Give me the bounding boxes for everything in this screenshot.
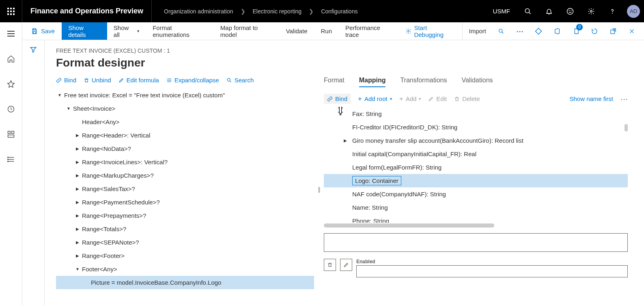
office-icon[interactable]: [549, 22, 565, 40]
breadcrumb-item[interactable]: Configurations: [321, 8, 358, 15]
format-tree-node[interactable]: ▶Range<SEPANote>?: [56, 236, 314, 249]
tab-transformations[interactable]: Transformations: [400, 77, 447, 87]
show-all-button[interactable]: Show all▾: [107, 22, 146, 40]
data-source-tree[interactable]: Fax: StringFI-Creditor ID(FICreditorID_D…: [324, 107, 628, 223]
bind-button[interactable]: Bind: [56, 77, 76, 84]
refresh-icon[interactable]: [586, 22, 603, 40]
caret-right-icon[interactable]: ▶: [342, 138, 349, 143]
breadcrumb-item[interactable]: Organization administration: [164, 8, 233, 15]
caret-right-icon[interactable]: ▶: [74, 240, 81, 245]
hamburger-icon[interactable]: [3, 26, 19, 42]
caret-right-icon[interactable]: ▶: [74, 133, 81, 137]
format-tree-node[interactable]: ▶Range<Totals>?: [56, 222, 314, 236]
popout-icon[interactable]: [605, 22, 621, 40]
more-icon[interactable]: ⋯: [512, 22, 528, 40]
breadcrumb-item[interactable]: Electronic reporting: [253, 8, 302, 15]
edit-formula-button[interactable]: Edit formula: [118, 77, 159, 84]
show-details-button[interactable]: Show details: [62, 22, 107, 40]
search-page-icon[interactable]: [493, 22, 509, 40]
data-tree-node[interactable]: Initial capital(CompanyInitialCapital_FR…: [324, 147, 628, 161]
data-tree-node[interactable]: Logo: Container: [324, 174, 628, 187]
data-tree-node[interactable]: Phone: String: [324, 214, 628, 223]
data-tree-node[interactable]: ▶Giro money transfer slip account(BankAc…: [324, 134, 628, 147]
recent-icon[interactable]: [3, 101, 19, 117]
search-tree-button[interactable]: Search: [226, 77, 254, 84]
caret-right-icon[interactable]: ▶: [74, 173, 81, 178]
horizontal-scrollbar[interactable]: [324, 223, 494, 228]
save-button[interactable]: Save: [22, 22, 62, 40]
data-tree-node[interactable]: NAF code(CompanyIdNAF): String: [324, 187, 628, 201]
format-tree-node[interactable]: ▼Footer<Any>: [56, 262, 314, 276]
scrollbar-thumb[interactable]: [625, 124, 628, 131]
caret-right-icon[interactable]: ▶: [74, 213, 81, 218]
format-tree-node[interactable]: ▼Sheet<Invoice>: [56, 102, 314, 115]
bell-icon[interactable]: [538, 0, 560, 22]
edit-formula-icon[interactable]: [340, 259, 352, 271]
tab-validations[interactable]: Validations: [461, 77, 493, 87]
data-tree-node[interactable]: Name: String: [324, 201, 628, 214]
import-button[interactable]: Import: [462, 22, 493, 40]
svg-point-15: [612, 13, 613, 13]
data-tree-node[interactable]: Fax: String: [324, 107, 628, 120]
tab-format[interactable]: Format: [324, 77, 345, 87]
bind-mapping-button[interactable]: Bind: [324, 94, 351, 104]
waffle-icon[interactable]: [0, 0, 22, 22]
performance-trace-button[interactable]: Performance trace: [339, 22, 399, 40]
caret-right-icon[interactable]: ▶: [74, 146, 81, 151]
splitter[interactable]: ‖: [314, 73, 324, 305]
format-tree-node[interactable]: Picture = model.InvoiceBase.CompanyInfo.…: [56, 276, 314, 289]
format-tree-node[interactable]: ▶Range<Footer>: [56, 249, 314, 262]
unbind-button[interactable]: Unbind: [84, 77, 111, 84]
format-tree-node[interactable]: ▶Range<SalesTax>?: [56, 182, 314, 195]
tab-mapping[interactable]: Mapping: [359, 77, 386, 87]
caret-down-icon[interactable]: ▼: [56, 93, 63, 97]
filter-panel[interactable]: [22, 40, 45, 305]
format-enumerations-button[interactable]: Format enumerations: [146, 22, 213, 40]
smiley-icon[interactable]: [560, 0, 581, 22]
format-tree-node[interactable]: ▶Range<PaymentSchedule>?: [56, 195, 314, 209]
format-tree-node[interactable]: ▶Range<InvoiceLines>: Vertical?: [56, 155, 314, 169]
svg-line-41: [230, 81, 231, 82]
home-icon[interactable]: [3, 51, 19, 67]
more-mapping-icon[interactable]: ⋯: [620, 95, 628, 103]
format-tree-node[interactable]: ▼Free text invoice: Excel = "Free text i…: [56, 88, 314, 102]
run-button[interactable]: Run: [314, 22, 339, 40]
help-icon[interactable]: [602, 0, 623, 22]
search-icon[interactable]: [517, 0, 538, 22]
diamond-icon[interactable]: [530, 22, 547, 40]
map-format-button[interactable]: Map format to model: [214, 22, 280, 40]
avatar[interactable]: AD: [627, 5, 640, 18]
gear-icon[interactable]: [581, 0, 602, 22]
modules-icon[interactable]: [3, 151, 19, 168]
data-tree-node[interactable]: FI-Creditor ID(FICreditorID_DK): String: [324, 120, 628, 134]
delete-formula-icon[interactable]: [324, 259, 336, 271]
format-tree-node[interactable]: ▶Range<Prepayments>?: [56, 209, 314, 222]
format-tree-node[interactable]: ▶Range<NoData>?: [56, 142, 314, 155]
caret-down-icon[interactable]: ▼: [74, 267, 81, 271]
attach-icon[interactable]: 0: [568, 22, 584, 40]
workspaces-icon[interactable]: [3, 126, 19, 142]
format-tree-node[interactable]: Header<Any>: [56, 115, 314, 129]
caret-down-icon[interactable]: ▼: [65, 106, 72, 111]
formula-textarea[interactable]: [324, 233, 628, 252]
caret-right-icon[interactable]: ▶: [74, 253, 81, 258]
expand-collapse-button[interactable]: Expand/collapse: [166, 77, 219, 84]
add-root-button[interactable]: +Add root▾: [358, 95, 392, 103]
caret-right-icon[interactable]: ▶: [74, 227, 81, 231]
data-node-label: Initial capital(CompanyInitialCapital_FR…: [352, 150, 476, 157]
data-tree-node[interactable]: Legal form(LegalFormFR): String: [324, 161, 628, 174]
validate-button[interactable]: Validate: [279, 22, 314, 40]
show-name-first-button[interactable]: Show name first: [569, 95, 613, 102]
format-tree[interactable]: ▼Free text invoice: Excel = "Free text i…: [56, 88, 314, 305]
star-icon[interactable]: [3, 76, 19, 92]
caret-right-icon[interactable]: ▶: [74, 160, 81, 164]
close-icon[interactable]: [624, 22, 640, 40]
format-tree-node[interactable]: ▶Range<MarkupCharges>?: [56, 169, 314, 182]
page-title: Format designer: [56, 56, 633, 69]
format-tree-node[interactable]: ▶Range<Header>: Vertical: [56, 129, 314, 142]
start-debugging-button[interactable]: Start Debugging: [399, 22, 462, 40]
enabled-input[interactable]: [356, 265, 628, 277]
legal-entity[interactable]: USMF: [486, 8, 518, 15]
caret-right-icon[interactable]: ▶: [74, 200, 81, 204]
caret-right-icon[interactable]: ▶: [74, 187, 81, 191]
